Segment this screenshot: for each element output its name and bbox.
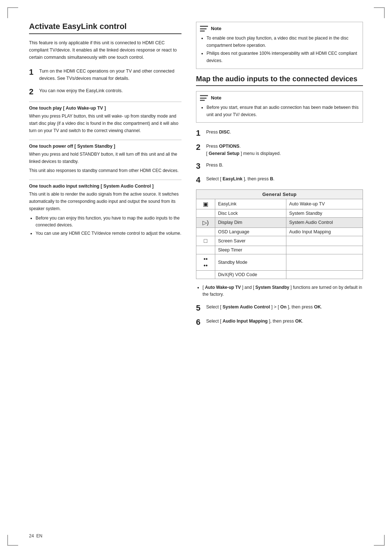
- menu-standbymode: Standby Mode: [215, 254, 286, 270]
- page-num-value: 24: [29, 533, 34, 538]
- step-1: 1 Turn on the HDMI CEC operations on you…: [29, 67, 181, 82]
- options-bold: OPTIONS: [219, 144, 239, 149]
- table-row: OSD Language Audio Input Mapping: [196, 228, 363, 236]
- map-step-3-num: 3: [196, 161, 206, 171]
- icon-speaker: ▷): [196, 217, 215, 228]
- table-row: DivX(R) VOD Code: [196, 270, 363, 279]
- easylink-bold: EasyLink: [222, 176, 242, 181]
- table-row-highlight: ▷) Display Dim System Audio Control: [196, 217, 363, 228]
- map-step-1: 1 Press DISC.: [196, 128, 363, 138]
- option-systemaudio: System Audio Control: [286, 217, 363, 228]
- note-header-map: Note: [200, 94, 359, 102]
- icon-wifi: ▣: [196, 199, 215, 209]
- b-bold-4: B: [270, 176, 273, 181]
- map-step-6-num: 6: [196, 318, 206, 327]
- step-2-content: You can now enjoy the EasyLink controls.: [39, 87, 181, 94]
- note-box-map: Note Before you start, ensure that an au…: [196, 91, 363, 123]
- note-label-map: Note: [211, 94, 221, 102]
- map-step-6: 6 Select [ Audio Input Mapping ], then p…: [196, 318, 363, 327]
- step-2: 2 You can now enjoy the EasyLink control…: [29, 87, 181, 97]
- system-standby-bold: System Standby: [256, 285, 289, 290]
- option-empty-1: [286, 236, 363, 246]
- map-step-5: 5 Select [ System Audio Control ] > [ On…: [196, 303, 363, 313]
- map-step-2: 2 Press OPTIONS. [ General Setup ] menu …: [196, 143, 363, 157]
- corner-mark-bl: [7, 535, 18, 546]
- general-setup-bold: General Setup: [209, 151, 240, 156]
- icon-grid: ••••: [196, 254, 215, 270]
- note-header-top: Note: [200, 25, 359, 33]
- icon-empty-2: [196, 228, 215, 236]
- note-label-top: Note: [211, 25, 221, 33]
- ok-bold-6: OK: [295, 319, 302, 324]
- subsection-one-touch-power-off: One touch power off [ System Standby ] W…: [29, 140, 181, 175]
- table-row: Sleep Timer: [196, 246, 363, 254]
- note-icon-map: [200, 95, 208, 101]
- corner-mark-tr: [374, 7, 385, 18]
- audio-input-title: One touch audio input switching [ System…: [29, 184, 181, 189]
- page-lang: EN: [36, 533, 42, 538]
- note-top-bullet-1: To enable one touch play function, a vid…: [207, 35, 359, 49]
- note-top-bullets: To enable one touch play function, a vid…: [200, 35, 359, 65]
- map-step-3: 3 Press B.: [196, 161, 363, 171]
- audio-input-mapping-bold: Audio Input Mapping: [222, 319, 268, 324]
- option-empty-2: [286, 246, 363, 254]
- system-audio-control-bold: System Audio Control: [222, 304, 270, 310]
- step-2-number: 2: [29, 87, 39, 97]
- one-touch-play-title: One touch play [ Auto Wake-up TV ]: [29, 106, 181, 111]
- map-audio-title: Map the audio inputs to the connected de…: [196, 75, 363, 86]
- audio-input-bullet-2: You can use any HDMI CEC TV/device remot…: [36, 230, 181, 237]
- note-map-bullets: Before you start, ensure that an audio c…: [200, 104, 359, 119]
- table-bottom-note: [ Auto Wake-up TV ] and [ System Standby…: [196, 284, 363, 299]
- menu-easylink: EasyLink: [215, 199, 286, 209]
- general-setup-table: General Setup ▣ EasyLink Auto Wake-up TV…: [196, 189, 363, 279]
- map-step-2-content: Press OPTIONS. [ General Setup ] menu is…: [206, 143, 363, 157]
- one-touch-power-text2: This unit also responses to standby comm…: [29, 167, 181, 175]
- auto-wakeup-bold: Auto Wake-up TV: [205, 285, 241, 290]
- one-touch-play-text: When you press PLAY button, this unit wi…: [29, 113, 181, 134]
- table-header: General Setup: [196, 189, 363, 199]
- map-step-5-num: 5: [196, 303, 206, 313]
- map-step-6-content: Select [ Audio Input Mapping ], then pre…: [206, 318, 363, 325]
- activate-easylink-title: Activate EasyLink control: [29, 22, 181, 34]
- one-touch-power-title: One touch power off [ System Standby ]: [29, 144, 181, 149]
- note-box-top: Note To enable one touch play function, …: [196, 22, 363, 69]
- map-step-1-num: 1: [196, 128, 206, 138]
- map-step-5-content: Select [ System Audio Control ] > [ On ]…: [206, 303, 363, 311]
- map-step-4-content: Select [ EasyLink ], then press B.: [206, 175, 363, 183]
- table-row: □ Screen Saver: [196, 236, 363, 246]
- option-audiomapping: Audio Input Mapping: [286, 228, 363, 236]
- table-row: ▣ EasyLink Auto Wake-up TV: [196, 199, 363, 209]
- note-icon-top: [200, 26, 208, 32]
- map-step-3-content: Press B.: [206, 161, 363, 169]
- audio-input-text: This unit is able to render the audio si…: [29, 191, 181, 212]
- menu-screensaver: Screen Saver: [215, 236, 286, 246]
- left-column: Activate EasyLink control This feature i…: [29, 22, 181, 331]
- right-column: Note To enable one touch play function, …: [196, 22, 363, 331]
- disc-bold: DISC: [219, 130, 230, 135]
- map-step-4-num: 4: [196, 175, 206, 185]
- ok-bold-5: OK: [314, 304, 321, 310]
- step-1-content: Turn on the HDMI CEC operations on your …: [39, 67, 181, 82]
- on-bold: On: [280, 304, 286, 310]
- menu-displaydim: Display Dim: [215, 217, 286, 228]
- intro-text: This feature is only applicable if this …: [29, 39, 181, 61]
- icon-empty-3: [196, 246, 215, 254]
- map-step-2-num: 2: [196, 143, 206, 152]
- option-autowakeup: Auto Wake-up TV: [286, 199, 363, 209]
- subsection-audio-input: One touch audio input switching [ System…: [29, 180, 181, 237]
- page: Activate EasyLink control This feature i…: [0, 0, 392, 553]
- step-1-number: 1: [29, 67, 39, 77]
- icon-screen: □: [196, 236, 215, 246]
- option-empty-4: [286, 270, 363, 279]
- option-standby: System Standby: [286, 209, 363, 217]
- note-top-bullet-2: Philips does not guarantee 100% interope…: [207, 50, 359, 65]
- general-setup-note: [ General Setup ] menu is displayed.: [206, 151, 281, 156]
- icon-empty-1: [196, 209, 215, 217]
- audio-input-bullets: Before you can enjoy this function, you …: [29, 215, 181, 237]
- note-map-bullet-1: Before you start, ensure that an audio c…: [207, 104, 359, 119]
- corner-mark-tl: [7, 7, 18, 18]
- menu-osd: OSD Language: [215, 228, 286, 236]
- corner-mark-br: [374, 535, 385, 546]
- page-number: 24 EN: [29, 533, 42, 538]
- icon-empty-4: [196, 270, 215, 279]
